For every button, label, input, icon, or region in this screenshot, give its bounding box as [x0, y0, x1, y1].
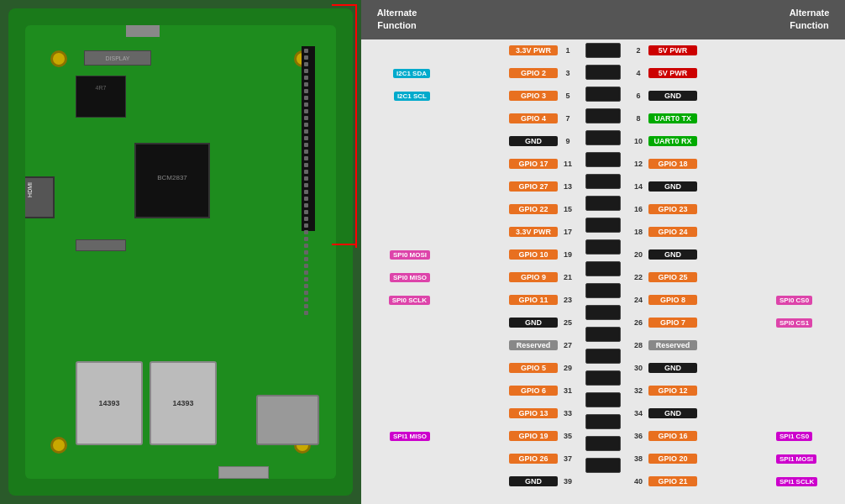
right-alt-row-11: SPI0 CS0 [774, 289, 845, 312]
right-alt-row-17: SPI1 CS0 [774, 425, 845, 448]
pinout-header: AlternateFunction AlternateFunction [361, 0, 845, 39]
gpio-pins [303, 48, 315, 316]
left-alt-row-6 [361, 176, 433, 198]
secondary-chip-label: 4R7 [76, 76, 125, 91]
right-pin-row-10: 22GPIO 25 [628, 266, 774, 289]
pinout-panel: AlternateFunction AlternateFunction I2C1… [361, 0, 845, 504]
camera-connector [76, 239, 126, 251]
left-pins-col: 3.3V PWR1GPIO 23GPIO 35GPIO 47GND9GPIO 1… [433, 39, 578, 504]
left-alt-row-19 [361, 470, 433, 493]
left-alt-row-3 [361, 108, 433, 130]
right-pin-row-6: 14GND [628, 176, 774, 198]
display-label: DISPLAY [85, 51, 150, 66]
right-pin-row-4: 10UART0 RX [628, 130, 774, 153]
left-alt-row-11: SPI0 SCLK [361, 289, 433, 312]
left-alt-row-7 [361, 198, 433, 221]
left-alt-row-13 [361, 334, 433, 357]
left-pin-row-19: GND39 [433, 470, 578, 493]
left-alt-row-9: SPI0 MOSI [361, 244, 433, 266]
left-alt-row-1: I2C1 SDA [361, 62, 433, 85]
header-left-alt: AlternateFunction [361, 0, 433, 39]
right-alt-row-19: SPI1 SCLK [774, 470, 845, 493]
header-center [578, 0, 628, 39]
right-pin-row-11: 24GPIO 8 [628, 289, 774, 312]
connector-pin-11 [585, 283, 621, 298]
connector-line-bottom [332, 244, 357, 245]
left-alt-row-14 [361, 357, 433, 380]
connector-pin-1 [585, 65, 621, 80]
connector-line-right [355, 4, 357, 248]
header-center-right [628, 0, 774, 39]
connector-line-top [332, 4, 357, 6]
left-alt-row-5 [361, 153, 433, 176]
right-alt-row-0 [774, 39, 845, 62]
connector-col [578, 39, 628, 504]
connector-pin-0 [585, 43, 621, 58]
right-alt-row-13 [774, 334, 845, 357]
mounting-hole-bl [50, 437, 67, 454]
right-pin-row-12: 26GPIO 7 [628, 312, 774, 334]
secondary-chip: 4R7 [76, 76, 126, 118]
left-pin-row-12: GND25 [433, 312, 578, 334]
hdmi-port: HDMI [25, 176, 55, 218]
right-pin-row-15: 32GPIO 12 [628, 380, 774, 402]
usb-port-2: 14393 [150, 361, 217, 445]
left-alt-row-18 [361, 448, 433, 470]
left-alt-row-8 [361, 221, 433, 244]
right-alt-row-6 [774, 176, 845, 198]
connector-pin-10 [585, 261, 621, 276]
right-alt-row-8 [774, 221, 845, 244]
right-alt-row-9 [774, 244, 845, 266]
pinout-layout: AlternateFunction AlternateFunction I2C1… [361, 0, 845, 504]
chip-label: BCM2837 [136, 144, 208, 181]
right-pin-row-9: 20GND [628, 244, 774, 266]
board-inner: DISPLAY BCM2837 4R7 HDMI 14393 [25, 25, 336, 479]
usb-label-2: 14393 [172, 399, 193, 407]
left-pin-row-15: GPIO 631 [433, 380, 578, 402]
left-pin-row-0: 3.3V PWR1 [433, 39, 578, 62]
right-pin-row-17: 36GPIO 16 [628, 425, 774, 448]
right-alt-row-4 [774, 130, 845, 153]
left-pin-row-6: GPIO 2713 [433, 176, 578, 198]
left-alt-row-4 [361, 130, 433, 153]
connector-pin-5 [585, 152, 621, 167]
left-alt-row-17: SPI1 MISO [361, 425, 433, 448]
right-alt-row-16 [774, 402, 845, 425]
power-connector [126, 25, 160, 37]
right-alt-row-15 [774, 380, 845, 402]
connector-pin-17 [585, 414, 621, 429]
right-alt-row-12: SPI0 CS1 [774, 312, 845, 334]
right-pin-row-16: 34GND [628, 402, 774, 425]
ethernet-port [256, 395, 319, 445]
header-right-alt: AlternateFunction [774, 0, 845, 39]
left-alt-row-15 [361, 380, 433, 402]
right-pin-row-5: 12GPIO 18 [628, 153, 774, 176]
left-alt-row-2: I2C1 SCL [361, 85, 433, 108]
usb-label-1: 14393 [98, 399, 119, 407]
left-pin-row-5: GPIO 1711 [433, 153, 578, 176]
usb-port-1: 14393 [76, 361, 143, 445]
right-pin-row-0: 25V PWR [628, 39, 774, 62]
right-alt-row-10 [774, 266, 845, 289]
connector-pin-9 [585, 239, 621, 255]
right-pin-row-2: 6GND [628, 85, 774, 108]
connector-pin-19 [585, 458, 621, 473]
left-pin-row-11: GPIO 1123 [433, 289, 578, 312]
right-alt-row-7 [774, 198, 845, 221]
left-pin-row-8: 3.3V PWR17 [433, 221, 578, 244]
right-alt-row-18: SPI1 MOSI [774, 448, 845, 470]
mounting-hole-tl [50, 50, 67, 67]
right-alt-row-2 [774, 85, 845, 108]
left-pin-row-7: GPIO 2215 [433, 198, 578, 221]
right-alt-row-14 [774, 357, 845, 380]
right-alt-row-1 [774, 62, 845, 85]
pins-area: I2C1 SDAI2C1 SCLSPI0 MOSISPI0 MISOSPI0 S… [361, 39, 845, 504]
left-pin-row-17: GPIO 1935 [433, 425, 578, 448]
right-pin-row-3: 8UART0 TX [628, 108, 774, 130]
connector-pin-16 [585, 392, 621, 407]
header-center-left [433, 0, 578, 39]
left-pin-row-14: GPIO 529 [433, 357, 578, 380]
left-pin-row-16: GPIO 1333 [433, 402, 578, 425]
left-alt-row-16 [361, 402, 433, 425]
right-pin-row-7: 16GPIO 23 [628, 198, 774, 221]
